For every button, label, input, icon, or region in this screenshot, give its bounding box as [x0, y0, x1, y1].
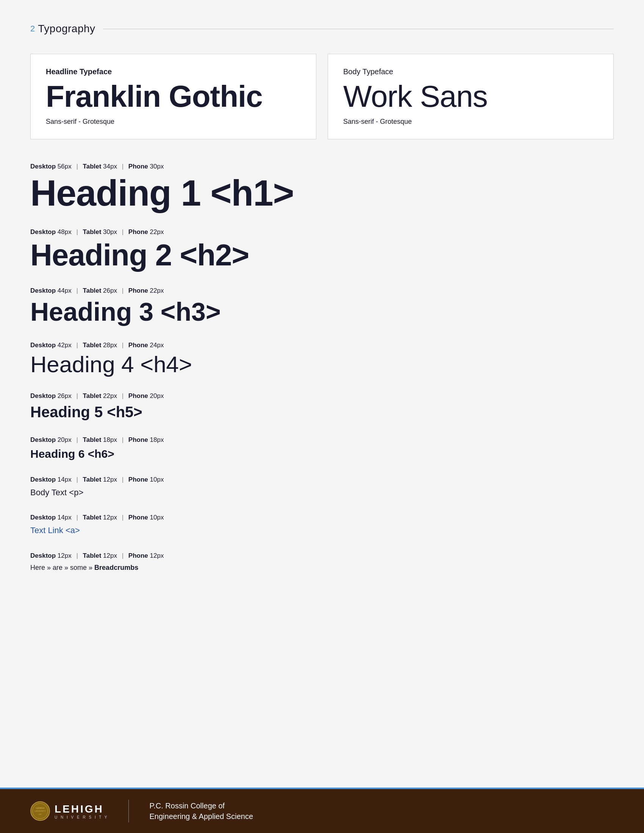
- h1-desktop-label: Desktop: [30, 163, 56, 170]
- bc-desktop-label: Desktop: [30, 552, 56, 559]
- section-title: Typography: [38, 23, 95, 35]
- heading-6-specimen: Desktop 20px | Tablet 18px | Phone 18px …: [30, 436, 614, 460]
- h2-desktop-label: Desktop: [30, 228, 56, 235]
- svg-text:UNIVERSITY: UNIVERSITY: [34, 810, 46, 812]
- h3-tablet-label: Tablet: [83, 287, 101, 294]
- h6-tablet-value: 18px: [103, 436, 117, 443]
- h1-tablet-value: 34px: [103, 163, 117, 170]
- h6-phone-value: 18px: [150, 436, 164, 443]
- h1-desktop-value: 56px: [58, 163, 72, 170]
- heading-5-meta: Desktop 26px | Tablet 22px | Phone 20px: [30, 391, 614, 400]
- h5-desktop-value: 26px: [58, 392, 72, 399]
- h4-phone-label: Phone: [129, 341, 148, 349]
- heading-2-meta: Desktop 48px | Tablet 30px | Phone 22px: [30, 228, 614, 236]
- h3-desktop-label: Desktop: [30, 287, 56, 294]
- body-text-display: Body Text <p>: [30, 487, 614, 498]
- heading-5-specimen: Desktop 26px | Tablet 22px | Phone 20px …: [30, 391, 614, 420]
- bc-phone-value: 12px: [150, 552, 164, 559]
- link-tablet-label: Tablet: [83, 514, 101, 521]
- page-wrapper: 2 Typography Headline Typeface Franklin …: [0, 0, 644, 833]
- link-desktop-value: 14px: [58, 514, 72, 521]
- body-text-meta: Desktop 14px | Tablet 12px | Phone 10px: [30, 475, 614, 484]
- h1-tablet-label: Tablet: [83, 163, 101, 170]
- text-link-meta: Desktop 14px | Tablet 12px | Phone 10px: [30, 513, 614, 522]
- h5-tablet-label: Tablet: [83, 392, 101, 399]
- link-desktop-label: Desktop: [30, 514, 56, 521]
- h3-phone-value: 22px: [150, 287, 164, 294]
- section-line: [103, 29, 614, 29]
- breadcrumb-bold: Breadcrumbs: [94, 564, 138, 571]
- heading-6-display: Heading 6 <h6>: [30, 447, 614, 460]
- heading-6-meta: Desktop 20px | Tablet 18px | Phone 18px: [30, 436, 614, 444]
- body-phone-value: 10px: [150, 476, 164, 483]
- h4-desktop-value: 42px: [58, 341, 72, 349]
- h4-tablet-label: Tablet: [83, 341, 101, 349]
- h5-phone-label: Phone: [129, 392, 148, 399]
- h5-desktop-label: Desktop: [30, 392, 56, 399]
- bc-phone-label: Phone: [129, 552, 148, 559]
- body-text-specimen: Desktop 14px | Tablet 12px | Phone 10px …: [30, 475, 614, 498]
- lehigh-sub: U N I V E R S I T Y: [55, 815, 108, 819]
- body-phone-label: Phone: [129, 476, 148, 483]
- h3-phone-label: Phone: [129, 287, 148, 294]
- text-link-specimen: Desktop 14px | Tablet 12px | Phone 10px …: [30, 513, 614, 536]
- headline-typeface-card: Headline Typeface Franklin Gothic Sans-s…: [30, 54, 316, 139]
- h3-tablet-value: 26px: [103, 287, 117, 294]
- typeface-cards: Headline Typeface Franklin Gothic Sans-s…: [30, 54, 614, 139]
- footer-logo-area: LEHIGH UNIVERSITY 1865 LEHIGH U N I V E …: [30, 800, 253, 822]
- heading-3-meta: Desktop 44px | Tablet 26px | Phone 22px: [30, 286, 614, 295]
- link-tablet-value: 12px: [103, 514, 117, 521]
- heading-4-meta: Desktop 42px | Tablet 28px | Phone 24px: [30, 341, 614, 350]
- headline-typeface-subtitle: Sans-serif - Grotesque: [46, 118, 301, 126]
- footer: LEHIGH UNIVERSITY 1865 LEHIGH U N I V E …: [0, 788, 644, 833]
- body-typeface-card: Body Typeface Work Sans Sans-serif - Gro…: [328, 54, 614, 139]
- breadcrumb-display: Here » are » some » Breadcrumbs: [30, 563, 614, 572]
- lehigh-wordmark: LEHIGH U N I V E R S I T Y: [55, 803, 108, 819]
- h2-phone-label: Phone: [129, 228, 148, 235]
- heading-4-display: Heading 4 <h4>: [30, 352, 614, 376]
- main-content: 2 Typography Headline Typeface Franklin …: [0, 0, 644, 788]
- h2-desktop-value: 48px: [58, 228, 72, 235]
- heading-2-specimen: Desktop 48px | Tablet 30px | Phone 22px …: [30, 228, 614, 272]
- h4-desktop-label: Desktop: [30, 341, 56, 349]
- h6-desktop-label: Desktop: [30, 436, 56, 443]
- bc-tablet-value: 12px: [103, 552, 117, 559]
- breadcrumb-meta: Desktop 12px | Tablet 12px | Phone 12px: [30, 551, 614, 560]
- heading-3-specimen: Desktop 44px | Tablet 26px | Phone 22px …: [30, 286, 614, 325]
- h4-phone-value: 24px: [150, 341, 164, 349]
- h2-tablet-label: Tablet: [83, 228, 101, 235]
- body-typeface-subtitle: Sans-serif - Grotesque: [343, 118, 598, 126]
- heading-1-specimen: Desktop 56px | Tablet 34px | Phone 30px …: [30, 162, 614, 212]
- lehigh-seal-icon: LEHIGH UNIVERSITY 1865: [30, 801, 50, 821]
- heading-2-display: Heading 2 <h2>: [30, 239, 614, 271]
- text-link-display[interactable]: Text Link <a>: [30, 526, 80, 535]
- headline-typeface-label: Headline Typeface: [46, 68, 301, 76]
- link-phone-label: Phone: [129, 514, 148, 521]
- section-number: 2: [30, 24, 35, 34]
- h6-phone-label: Phone: [129, 436, 148, 443]
- footer-lehigh: LEHIGH UNIVERSITY 1865 LEHIGH U N I V E …: [30, 801, 108, 821]
- h5-phone-value: 20px: [150, 392, 164, 399]
- bc-tablet-label: Tablet: [83, 552, 101, 559]
- section-header: 2 Typography: [30, 23, 614, 35]
- breadcrumb-specimen: Desktop 12px | Tablet 12px | Phone 12px …: [30, 551, 614, 572]
- body-desktop-label: Desktop: [30, 476, 56, 483]
- body-typeface-name: Work Sans: [343, 80, 598, 113]
- body-typeface-label: Body Typeface: [343, 68, 598, 76]
- body-tablet-label: Tablet: [83, 476, 101, 483]
- body-tablet-value: 12px: [103, 476, 117, 483]
- body-desktop-value: 14px: [58, 476, 72, 483]
- heading-1-display: Heading 1 <h1>: [30, 174, 614, 212]
- heading-1-meta: Desktop 56px | Tablet 34px | Phone 30px: [30, 162, 614, 171]
- heading-5-display: Heading 5 <h5>: [30, 404, 614, 420]
- breadcrumb-path: Here » are » some »: [30, 564, 92, 571]
- h1-phone-value: 30px: [150, 163, 164, 170]
- bc-desktop-value: 12px: [58, 552, 72, 559]
- footer-divider: [129, 800, 129, 822]
- footer-college: P.C. Rossin College of Engineering & App…: [149, 801, 253, 822]
- h4-tablet-value: 28px: [103, 341, 117, 349]
- headline-typeface-name: Franklin Gothic: [46, 80, 301, 113]
- h5-tablet-value: 22px: [103, 392, 117, 399]
- h2-phone-value: 22px: [150, 228, 164, 235]
- footer-college-line2: Engineering & Applied Science: [149, 811, 253, 822]
